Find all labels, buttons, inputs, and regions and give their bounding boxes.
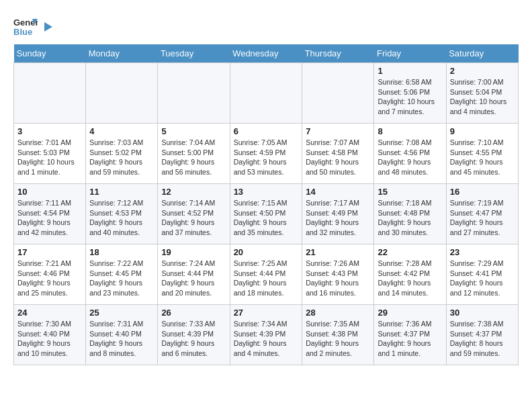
calendar-cell: 28Sunrise: 7:35 AMSunset: 4:38 PMDayligh… — [302, 305, 374, 365]
svg-text:Blue: Blue — [13, 27, 32, 37]
logo: General Blue — [13, 13, 54, 38]
svg-marker-4 — [44, 22, 52, 32]
calendar-cell: 11Sunrise: 7:12 AMSunset: 4:53 PMDayligh… — [86, 184, 158, 244]
day-info: Sunrise: 7:12 AMSunset: 4:53 PMDaylight:… — [89, 198, 154, 238]
day-number: 3 — [17, 126, 82, 136]
day-number: 21 — [306, 247, 370, 257]
weekday-header-tuesday: Tuesday — [158, 44, 230, 63]
day-number: 2 — [450, 66, 515, 76]
day-number: 6 — [234, 126, 299, 136]
day-number: 24 — [17, 308, 82, 318]
calendar-cell: 24Sunrise: 7:30 AMSunset: 4:40 PMDayligh… — [14, 305, 86, 365]
calendar-table: SundayMondayTuesdayWednesdayThursdayFrid… — [13, 44, 519, 365]
calendar-cell — [230, 63, 302, 124]
day-number: 11 — [89, 187, 154, 197]
calendar-cell: 27Sunrise: 7:34 AMSunset: 4:39 PMDayligh… — [230, 305, 302, 365]
day-info: Sunrise: 7:34 AMSunset: 4:39 PMDaylight:… — [234, 319, 299, 359]
day-number: 1 — [378, 66, 442, 76]
day-info: Sunrise: 7:22 AMSunset: 4:45 PMDaylight:… — [89, 259, 154, 298]
day-number: 23 — [450, 247, 515, 257]
calendar-cell: 20Sunrise: 7:25 AMSunset: 4:44 PMDayligh… — [230, 244, 302, 305]
calendar-cell: 8Sunrise: 7:08 AMSunset: 4:56 PMDaylight… — [374, 124, 446, 184]
calendar-cell — [158, 63, 230, 124]
weekday-header-thursday: Thursday — [302, 44, 374, 63]
day-info: Sunrise: 7:03 AMSunset: 5:02 PMDaylight:… — [89, 138, 154, 177]
week-row-5: 24Sunrise: 7:30 AMSunset: 4:40 PMDayligh… — [14, 305, 519, 365]
day-number: 7 — [306, 126, 370, 136]
calendar-cell: 21Sunrise: 7:26 AMSunset: 4:43 PMDayligh… — [302, 244, 374, 305]
calendar-cell: 12Sunrise: 7:14 AMSunset: 4:52 PMDayligh… — [158, 184, 230, 244]
calendar-cell: 16Sunrise: 7:19 AMSunset: 4:47 PMDayligh… — [446, 184, 518, 244]
day-info: Sunrise: 7:01 AMSunset: 5:03 PMDaylight:… — [17, 138, 82, 177]
day-info: Sunrise: 7:08 AMSunset: 4:56 PMDaylight:… — [378, 138, 442, 177]
calendar-cell: 30Sunrise: 7:38 AMSunset: 4:37 PMDayligh… — [446, 305, 518, 365]
day-info: Sunrise: 7:11 AMSunset: 4:54 PMDaylight:… — [17, 198, 82, 238]
day-number: 5 — [161, 126, 226, 136]
day-info: Sunrise: 7:07 AMSunset: 4:58 PMDaylight:… — [306, 138, 370, 177]
calendar-cell: 3Sunrise: 7:01 AMSunset: 5:03 PMDaylight… — [14, 124, 86, 184]
day-number: 25 — [89, 308, 154, 318]
day-info: Sunrise: 7:24 AMSunset: 4:44 PMDaylight:… — [161, 259, 226, 298]
day-number: 18 — [89, 247, 154, 257]
calendar-cell — [86, 63, 158, 124]
weekday-header-wednesday: Wednesday — [230, 44, 302, 63]
calendar-cell: 19Sunrise: 7:24 AMSunset: 4:44 PMDayligh… — [158, 244, 230, 305]
day-info: Sunrise: 7:10 AMSunset: 4:55 PMDaylight:… — [450, 138, 515, 177]
weekday-header-monday: Monday — [86, 44, 158, 63]
day-info: Sunrise: 7:18 AMSunset: 4:48 PMDaylight:… — [378, 198, 442, 238]
calendar-cell: 17Sunrise: 7:21 AMSunset: 4:46 PMDayligh… — [14, 244, 86, 305]
day-number: 20 — [234, 247, 299, 257]
day-info: Sunrise: 7:00 AMSunset: 5:04 PMDaylight:… — [450, 77, 515, 117]
day-number: 10 — [17, 187, 82, 197]
day-info: Sunrise: 7:28 AMSunset: 4:42 PMDaylight:… — [378, 259, 442, 298]
calendar-cell: 26Sunrise: 7:33 AMSunset: 4:39 PMDayligh… — [158, 305, 230, 365]
calendar-cell: 14Sunrise: 7:17 AMSunset: 4:49 PMDayligh… — [302, 184, 374, 244]
week-row-2: 3Sunrise: 7:01 AMSunset: 5:03 PMDaylight… — [14, 124, 519, 184]
weekday-header-sunday: Sunday — [14, 44, 86, 63]
calendar-cell: 4Sunrise: 7:03 AMSunset: 5:02 PMDaylight… — [86, 124, 158, 184]
week-row-1: 1Sunrise: 6:58 AMSunset: 5:06 PMDaylight… — [14, 63, 519, 124]
day-info: Sunrise: 7:26 AMSunset: 4:43 PMDaylight:… — [306, 259, 370, 298]
day-number: 22 — [378, 247, 442, 257]
weekday-header-row: SundayMondayTuesdayWednesdayThursdayFrid… — [14, 44, 519, 63]
calendar-cell: 13Sunrise: 7:15 AMSunset: 4:50 PMDayligh… — [230, 184, 302, 244]
day-info: Sunrise: 7:30 AMSunset: 4:40 PMDaylight:… — [17, 319, 82, 359]
page-header: General Blue — [13, 13, 519, 38]
day-info: Sunrise: 7:14 AMSunset: 4:52 PMDaylight:… — [161, 198, 226, 238]
calendar-cell — [302, 63, 374, 124]
day-info: Sunrise: 7:05 AMSunset: 4:59 PMDaylight:… — [234, 138, 299, 177]
week-row-4: 17Sunrise: 7:21 AMSunset: 4:46 PMDayligh… — [14, 244, 519, 305]
day-number: 9 — [450, 126, 515, 136]
day-number: 16 — [450, 187, 515, 197]
day-number: 4 — [89, 126, 154, 136]
day-number: 8 — [378, 126, 442, 136]
calendar-cell: 5Sunrise: 7:04 AMSunset: 5:00 PMDaylight… — [158, 124, 230, 184]
day-info: Sunrise: 7:04 AMSunset: 5:00 PMDaylight:… — [161, 138, 226, 177]
weekday-header-friday: Friday — [374, 44, 446, 63]
day-info: Sunrise: 7:17 AMSunset: 4:49 PMDaylight:… — [306, 198, 370, 238]
day-number: 17 — [17, 247, 82, 257]
day-info: Sunrise: 7:38 AMSunset: 4:37 PMDaylight:… — [450, 319, 515, 359]
calendar-cell: 25Sunrise: 7:31 AMSunset: 4:40 PMDayligh… — [86, 305, 158, 365]
calendar-cell: 10Sunrise: 7:11 AMSunset: 4:54 PMDayligh… — [14, 184, 86, 244]
day-info: Sunrise: 7:25 AMSunset: 4:44 PMDaylight:… — [234, 259, 299, 298]
calendar-cell: 23Sunrise: 7:29 AMSunset: 4:41 PMDayligh… — [446, 244, 518, 305]
day-info: Sunrise: 7:33 AMSunset: 4:39 PMDaylight:… — [161, 319, 226, 359]
day-number: 29 — [378, 308, 442, 318]
weekday-header-saturday: Saturday — [446, 44, 518, 63]
day-number: 26 — [161, 308, 226, 318]
calendar-cell: 15Sunrise: 7:18 AMSunset: 4:48 PMDayligh… — [374, 184, 446, 244]
calendar-cell: 18Sunrise: 7:22 AMSunset: 4:45 PMDayligh… — [86, 244, 158, 305]
day-number: 28 — [306, 308, 370, 318]
calendar-cell: 9Sunrise: 7:10 AMSunset: 4:55 PMDaylight… — [446, 124, 518, 184]
day-number: 14 — [306, 187, 370, 197]
day-number: 19 — [161, 247, 226, 257]
day-info: Sunrise: 7:35 AMSunset: 4:38 PMDaylight:… — [306, 319, 370, 359]
day-info: Sunrise: 7:31 AMSunset: 4:40 PMDaylight:… — [89, 319, 154, 359]
day-number: 27 — [234, 308, 299, 318]
calendar-cell: 2Sunrise: 7:00 AMSunset: 5:04 PMDaylight… — [446, 63, 518, 124]
day-info: Sunrise: 7:15 AMSunset: 4:50 PMDaylight:… — [234, 198, 299, 238]
day-info: Sunrise: 6:58 AMSunset: 5:06 PMDaylight:… — [378, 77, 442, 117]
day-number: 30 — [450, 308, 515, 318]
day-info: Sunrise: 7:29 AMSunset: 4:41 PMDaylight:… — [450, 259, 515, 298]
